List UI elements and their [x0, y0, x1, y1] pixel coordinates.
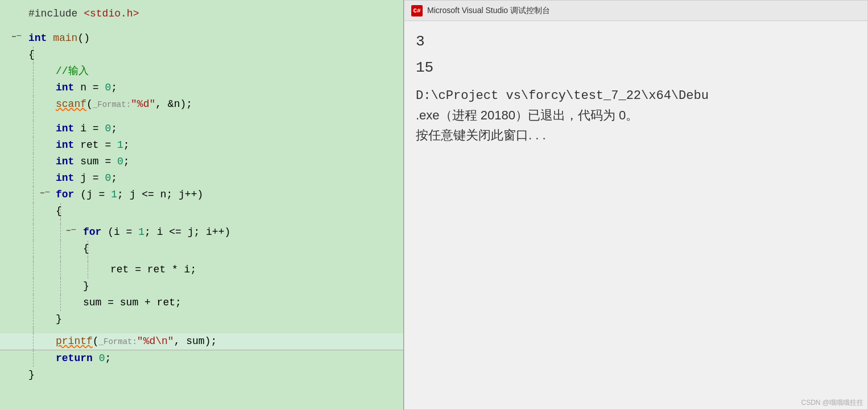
line-open-brace3: {	[28, 241, 403, 257]
code-editor-panel: #include <stdio.h> − int main() { //输入 i…	[0, 0, 404, 410]
kw-int-main: int	[28, 30, 47, 47]
console-close-msg: 按任意键关闭此窗口. . .	[416, 125, 856, 145]
console-path-line: D:\cProject vs\forcy\test_7_22\x64\Debu	[416, 86, 856, 105]
close-brace1: }	[28, 367, 35, 383]
comment-text: //输入	[56, 63, 89, 80]
console-output-3: 3	[416, 30, 856, 54]
line-open-brace2: {	[28, 203, 403, 220]
collapse-for-outer-icon[interactable]: −	[41, 189, 49, 197]
line-for-inner: − for (i = 1; i <= j; i++)	[28, 224, 403, 241]
line-sum-calc: sum = sum + ret;	[28, 295, 403, 311]
line-scanf: scanf(_Format: "%d", &n);	[28, 96, 403, 113]
open-brace3: {	[83, 241, 89, 257]
line-for-outer: − for (j = 1; j <= n; j++)	[28, 187, 403, 203]
collapse-for-inner-icon[interactable]: −	[67, 227, 75, 235]
collapse-main-icon[interactable]: −	[13, 33, 20, 41]
console-panel: C# Microsoft Visual Studio 调试控制台 3 15 D:…	[404, 0, 868, 410]
include-text: #include <stdio.h>	[28, 6, 139, 22]
line-var-n: int n = 0;	[28, 80, 403, 96]
line-close-brace3: }	[28, 278, 403, 295]
open-brace2: {	[56, 203, 62, 220]
close-brace2: }	[56, 311, 62, 328]
line-blank2	[28, 113, 403, 121]
line-close-brace2: }	[28, 311, 403, 328]
line-return: return 0;	[28, 350, 403, 367]
line-var-i: int i = 0;	[28, 121, 403, 137]
line-close-brace1: }	[28, 367, 403, 383]
line-var-sum: int sum = 0;	[28, 154, 403, 170]
line-comment: //输入	[28, 63, 403, 80]
line-blank5	[28, 328, 403, 333]
line-include: #include <stdio.h>	[28, 6, 403, 22]
line-blank1	[28, 22, 403, 30]
code-area: #include <stdio.h> − int main() { //输入 i…	[0, 0, 403, 389]
console-icon: C#	[411, 5, 423, 16]
console-title-bar: C# Microsoft Visual Studio 调试控制台	[404, 1, 867, 21]
console-exit-msg: .exe（进程 20180）已退出，代码为 0。	[416, 105, 856, 125]
line-var-ret: int ret = 1;	[28, 137, 403, 154]
close-brace3: }	[83, 278, 89, 295]
line-main-sig: − int main()	[28, 30, 403, 47]
line-blank3	[28, 220, 403, 224]
watermark: CSDN @哦哦哦拄拄	[801, 398, 863, 408]
line-open-brace1: {	[28, 47, 403, 63]
open-brace1: {	[28, 47, 35, 63]
line-ret-calc: ret = ret * i;	[28, 262, 403, 278]
line-printf: printf(_Format: "%d\n", sum);	[0, 333, 404, 350]
console-title-text: Microsoft Visual Studio 调试控制台	[427, 6, 550, 16]
console-body: 3 15 D:\cProject vs\forcy\test_7_22\x64\…	[404, 21, 867, 409]
line-blank4	[28, 257, 403, 262]
console-output-15: 15	[416, 56, 856, 80]
line-var-j: int j = 0;	[28, 170, 403, 187]
main-fn: main()	[47, 30, 90, 47]
